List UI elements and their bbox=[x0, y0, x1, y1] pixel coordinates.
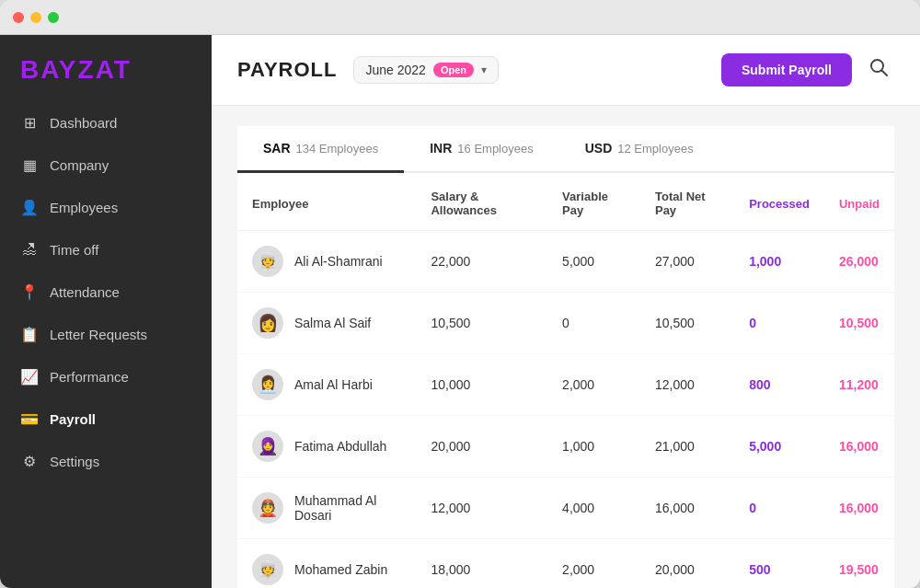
processed-cell: 0 bbox=[734, 478, 824, 539]
salary-cell: 12,000 bbox=[416, 478, 547, 539]
processed-cell: 1,000 bbox=[734, 231, 824, 293]
tab-inr[interactable]: INR 16 Employees bbox=[404, 126, 559, 173]
period-selector[interactable]: June 2022 Open ▾ bbox=[353, 56, 499, 84]
table-row: 👩 Salma Al Saif 10,500 0 10,500 0 10,500 bbox=[237, 293, 894, 354]
variable-cell: 2,000 bbox=[547, 354, 640, 416]
sidebar-item-label: Dashboard bbox=[50, 115, 117, 131]
maximize-dot[interactable] bbox=[48, 12, 59, 23]
topbar: PAYROLL June 2022 Open ▾ Submit Payroll bbox=[212, 35, 920, 106]
unpaid-cell: 19,500 bbox=[824, 539, 894, 589]
total-cell: 20,000 bbox=[640, 539, 734, 589]
chevron-down-icon: ▾ bbox=[481, 63, 487, 76]
employee-name: Amal Al Harbi bbox=[294, 377, 373, 392]
employee-cell: 👲 Muhammad Al Dosari bbox=[237, 478, 416, 539]
employee-cell: 👩 Salma Al Saif bbox=[237, 293, 416, 354]
total-cell: 21,000 bbox=[640, 416, 734, 478]
submit-payroll-button[interactable]: Submit Payroll bbox=[721, 53, 852, 86]
avatar: 👳 bbox=[252, 246, 283, 277]
variable-cell: 5,000 bbox=[547, 231, 640, 293]
employee-name: Mohamed Zabin bbox=[294, 562, 387, 577]
employee-name: Ali Al-Shamrani bbox=[294, 254, 383, 269]
salary-cell: 22,000 bbox=[416, 231, 547, 293]
unpaid-cell: 11,200 bbox=[824, 354, 894, 416]
svg-line-1 bbox=[882, 71, 888, 76]
avatar: 👳 bbox=[252, 554, 283, 585]
letter-requests-icon: 📋 bbox=[20, 325, 39, 343]
variable-cell: 1,000 bbox=[547, 416, 640, 478]
total-cell: 16,000 bbox=[640, 478, 734, 539]
unpaid-cell: 16,000 bbox=[824, 416, 894, 478]
salary-cell: 10,500 bbox=[416, 293, 547, 354]
payroll-icon: 💳 bbox=[20, 409, 39, 428]
table-row: 👳 Ali Al-Shamrani 22,000 5,000 27,000 1,… bbox=[237, 231, 894, 293]
close-dot[interactable] bbox=[13, 12, 24, 23]
employee-cell: 👳 Ali Al-Shamrani bbox=[237, 231, 416, 293]
sidebar-item-performance[interactable]: 📈 Performance bbox=[0, 355, 212, 398]
sidebar-item-company[interactable]: ▦ Company bbox=[0, 144, 212, 186]
period-text: June 2022 bbox=[365, 63, 425, 77]
tab-currency-usd: USD bbox=[585, 141, 613, 156]
tab-count-inr: 16 Employees bbox=[457, 142, 533, 156]
sidebar-item-label: Settings bbox=[50, 454, 99, 469]
timeoff-icon: 🏖 bbox=[20, 240, 39, 259]
col-header-employee: Employee bbox=[237, 173, 416, 231]
salary-cell: 10,000 bbox=[416, 354, 547, 416]
topbar-left: PAYROLL June 2022 Open ▾ bbox=[237, 56, 499, 84]
salary-cell: 20,000 bbox=[416, 416, 547, 478]
sidebar-item-letter-requests[interactable]: 📋 Letter Requests bbox=[0, 313, 212, 355]
employee-cell: 👩‍💼 Amal Al Harbi bbox=[237, 354, 416, 416]
sidebar-item-attendance[interactable]: 📍 Attendance bbox=[0, 271, 212, 313]
sidebar-item-settings[interactable]: ⚙ Settings bbox=[0, 440, 212, 482]
navigation: ⊞ Dashboard ▦ Company 👤 Employees 🏖 Time… bbox=[0, 101, 212, 570]
variable-cell: 4,000 bbox=[547, 478, 640, 539]
sidebar: BAYZAT ⊞ Dashboard ▦ Company 👤 Employees… bbox=[0, 35, 212, 588]
employees-icon: 👤 bbox=[20, 198, 39, 216]
unpaid-cell: 16,000 bbox=[824, 478, 894, 539]
sidebar-item-label: Time off bbox=[50, 242, 98, 258]
main-content: PAYROLL June 2022 Open ▾ Submit Payroll bbox=[212, 35, 920, 588]
sidebar-item-label: Company bbox=[50, 157, 109, 173]
logo: BAYZAT bbox=[20, 55, 191, 85]
unpaid-cell: 26,000 bbox=[824, 231, 894, 293]
table-row: 👳 Mohamed Zabin 18,000 2,000 20,000 500 … bbox=[237, 539, 894, 589]
total-cell: 27,000 bbox=[640, 231, 734, 293]
variable-cell: 0 bbox=[547, 293, 640, 354]
sidebar-item-label: Employees bbox=[50, 200, 118, 215]
avatar: 👲 bbox=[252, 492, 283, 524]
company-icon: ▦ bbox=[20, 156, 39, 174]
sidebar-item-label: Letter Requests bbox=[50, 327, 147, 342]
table-row: 👲 Muhammad Al Dosari 12,000 4,000 16,000… bbox=[237, 478, 894, 539]
status-badge: Open bbox=[433, 63, 474, 77]
table-body: 👳 Ali Al-Shamrani 22,000 5,000 27,000 1,… bbox=[237, 231, 894, 589]
processed-cell: 500 bbox=[734, 539, 824, 589]
dashboard-icon: ⊞ bbox=[20, 113, 39, 132]
total-cell: 12,000 bbox=[640, 354, 734, 416]
employee-name: Salma Al Saif bbox=[294, 316, 371, 330]
minimize-dot[interactable] bbox=[30, 12, 41, 23]
processed-cell: 800 bbox=[734, 354, 824, 416]
attendance-icon: 📍 bbox=[20, 282, 39, 301]
app-body: BAYZAT ⊞ Dashboard ▦ Company 👤 Employees… bbox=[0, 35, 920, 588]
app-window: BAYZAT ⊞ Dashboard ▦ Company 👤 Employees… bbox=[0, 0, 920, 588]
employee-cell: 👳 Mohamed Zabin bbox=[237, 539, 416, 589]
table-row: 🧕 Fatima Abdullah 20,000 1,000 21,000 5,… bbox=[237, 416, 894, 478]
sidebar-item-timeoff[interactable]: 🏖 Time off bbox=[0, 228, 212, 271]
sidebar-item-payroll[interactable]: 💳 Payroll bbox=[0, 398, 212, 440]
employee-cell: 🧕 Fatima Abdullah bbox=[237, 416, 416, 478]
sidebar-item-employees[interactable]: 👤 Employees bbox=[0, 186, 212, 228]
avatar: 👩‍💼 bbox=[252, 369, 283, 400]
col-header-processed: Processed bbox=[734, 173, 824, 231]
avatar: 👩 bbox=[252, 307, 283, 339]
sidebar-item-label: Attendance bbox=[50, 284, 120, 300]
search-button[interactable] bbox=[863, 52, 894, 88]
tab-sar[interactable]: SAR 134 Employees bbox=[237, 126, 404, 173]
col-header-variable: Variable Pay bbox=[547, 173, 640, 231]
sidebar-item-dashboard[interactable]: ⊞ Dashboard bbox=[0, 101, 212, 144]
tab-usd[interactable]: USD 12 Employees bbox=[559, 126, 719, 173]
titlebar bbox=[0, 0, 920, 35]
tab-bar: SAR 134 Employees INR 16 Employees USD 1… bbox=[237, 126, 894, 173]
tab-currency-inr: INR bbox=[430, 141, 452, 156]
sidebar-item-label: Performance bbox=[50, 369, 129, 385]
payroll-table-wrap: SAR 134 Employees INR 16 Employees USD 1… bbox=[237, 126, 894, 588]
avatar: 🧕 bbox=[252, 431, 283, 462]
